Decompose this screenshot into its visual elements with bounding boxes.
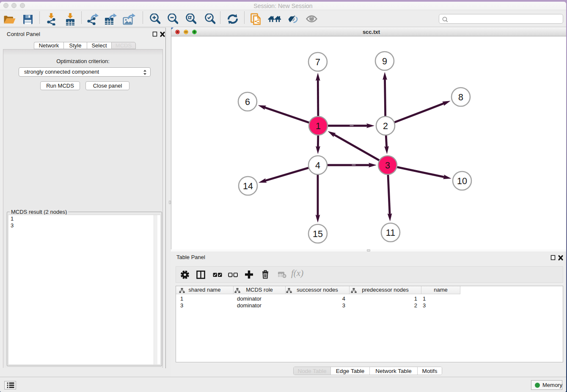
- svg-text:8: 8: [458, 92, 463, 102]
- svg-text:7: 7: [315, 57, 320, 67]
- svg-text:10: 10: [457, 176, 467, 186]
- svg-text:3: 3: [385, 160, 390, 171]
- svg-text:11: 11: [386, 228, 395, 238]
- svg-text:4: 4: [315, 160, 320, 171]
- svg-text:2: 2: [383, 121, 388, 131]
- svg-text:1: 1: [316, 121, 321, 131]
- svg-text:14: 14: [243, 181, 253, 191]
- svg-text:6: 6: [245, 97, 250, 107]
- svg-text:15: 15: [313, 229, 323, 239]
- svg-text:9: 9: [382, 56, 387, 66]
